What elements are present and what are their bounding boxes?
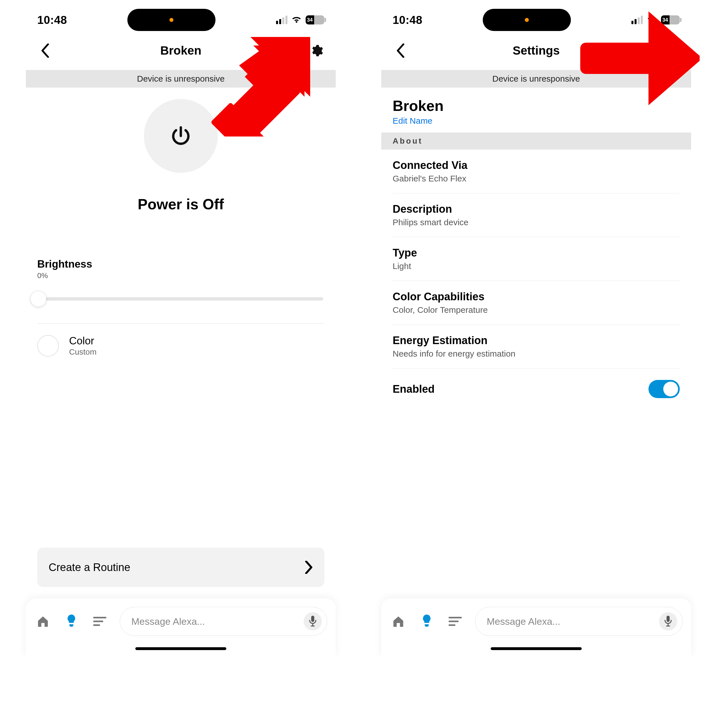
edit-name-link[interactable]: Edit Name (393, 116, 432, 126)
device-screen: 10:48 34 Broken Device is unresponsive P… (26, 0, 336, 657)
power-section: Power is Off (26, 88, 336, 213)
mic-icon (664, 616, 672, 627)
toggle-knob (663, 382, 678, 397)
create-routine-button[interactable]: Create a Routine (37, 548, 324, 587)
brightness-section: Brightness 0% Color Custom (26, 213, 336, 368)
signal-icon (632, 16, 643, 24)
signal-icon (276, 16, 287, 24)
nav-home-button[interactable] (390, 613, 407, 630)
status-right: 34 (276, 15, 324, 24)
alexa-placeholder: Message Alexa... (487, 616, 653, 627)
status-time: 10:48 (37, 14, 67, 26)
slider-thumb[interactable] (31, 291, 46, 307)
bottom-bar: Message Alexa... (381, 598, 691, 657)
connected-via-row[interactable]: Connected Via Gabriel's Echo Flex (393, 150, 680, 193)
nav-devices-button[interactable] (418, 613, 435, 630)
delete-button[interactable] (664, 43, 680, 59)
power-button[interactable] (144, 99, 218, 173)
type-title: Type (393, 247, 680, 259)
chevron-left-icon (40, 44, 50, 58)
dynamic-island (127, 9, 215, 31)
enabled-toggle[interactable] (648, 380, 680, 398)
status-bar: 10:48 34 (26, 0, 336, 34)
color-capabilities-row[interactable]: Color Capabilities Color, Color Temperat… (393, 281, 680, 325)
brightness-label: Brightness (37, 258, 324, 270)
battery-icon: 34 (306, 15, 324, 24)
description-title: Description (393, 203, 680, 215)
connected-via-title: Connected Via (393, 159, 680, 171)
unresponsive-banner: Device is unresponsive (26, 70, 336, 88)
nav-home-button[interactable] (34, 613, 52, 630)
device-name-block: Broken Edit Name (381, 88, 691, 133)
recording-dot (169, 18, 174, 22)
mic-icon (309, 616, 317, 627)
color-capabilities-title: Color Capabilities (393, 291, 680, 303)
brightness-value: 0% (37, 271, 324, 280)
energy-estimation-row[interactable]: Energy Estimation Needs info for energy … (393, 325, 680, 369)
color-capabilities-value: Color, Color Temperature (393, 305, 680, 315)
alexa-input[interactable]: Message Alexa... (475, 607, 683, 636)
nav-more-button[interactable] (91, 613, 108, 630)
color-row[interactable]: Color Custom (37, 324, 324, 368)
status-right: 34 (632, 15, 680, 24)
mic-button[interactable] (659, 612, 677, 630)
alexa-input[interactable]: Message Alexa... (120, 607, 327, 636)
battery-level: 34 (307, 17, 313, 23)
mic-button[interactable] (304, 612, 322, 630)
nav-devices-button[interactable] (63, 613, 80, 630)
color-label: Color (69, 335, 96, 347)
alexa-placeholder: Message Alexa... (131, 616, 298, 627)
wifi-icon (647, 16, 657, 24)
battery-level: 34 (662, 17, 668, 23)
type-value: Light (393, 261, 680, 271)
energy-estimation-value: Needs info for energy estimation (393, 349, 680, 359)
color-swatch (37, 335, 59, 357)
unresponsive-banner: Device is unresponsive (381, 70, 691, 88)
wifi-icon (291, 16, 302, 24)
gear-icon (310, 44, 323, 58)
create-routine-label: Create a Routine (49, 562, 130, 574)
home-indicator (491, 647, 582, 650)
color-value: Custom (69, 348, 96, 357)
device-name: Broken (393, 97, 680, 114)
connected-via-value: Gabriel's Echo Flex (393, 174, 680, 183)
svg-rect-8 (667, 616, 670, 622)
settings-button[interactable] (308, 43, 324, 59)
page-title: Broken (160, 44, 201, 58)
about-section-header: About (381, 133, 691, 150)
power-icon (169, 125, 192, 147)
back-button[interactable] (37, 43, 53, 59)
bulb-icon (66, 615, 77, 628)
status-bar: 10:48 34 (381, 0, 691, 34)
settings-screen: 10:48 34 Settings Device is unresponsive… (381, 0, 691, 657)
home-icon (392, 615, 405, 628)
enabled-label: Enabled (393, 383, 435, 395)
nav-header: Broken (26, 34, 336, 70)
page-title: Settings (513, 44, 560, 58)
chevron-right-icon (305, 561, 313, 574)
brightness-slider[interactable] (38, 297, 323, 301)
home-icon (37, 615, 49, 628)
status-time: 10:48 (393, 14, 423, 26)
enabled-row: Enabled (381, 369, 691, 398)
battery-icon: 34 (661, 15, 680, 24)
menu-icon (93, 617, 106, 626)
power-state-label: Power is Off (137, 195, 224, 213)
home-indicator (135, 647, 226, 650)
nav-more-button[interactable] (447, 613, 464, 630)
nav-header: Settings (381, 34, 691, 70)
recording-dot (525, 18, 529, 22)
bulb-icon (421, 615, 432, 628)
back-button[interactable] (393, 43, 409, 59)
menu-icon (449, 617, 462, 626)
svg-rect-0 (311, 616, 314, 622)
type-row[interactable]: Type Light (393, 237, 680, 281)
chevron-left-icon (396, 44, 406, 58)
bottom-bar: Message Alexa... (26, 598, 336, 657)
energy-estimation-title: Energy Estimation (393, 334, 680, 346)
dynamic-island (483, 9, 571, 31)
description-row[interactable]: Description Philips smart device (393, 193, 680, 237)
description-value: Philips smart device (393, 218, 680, 227)
trash-icon (666, 44, 678, 58)
